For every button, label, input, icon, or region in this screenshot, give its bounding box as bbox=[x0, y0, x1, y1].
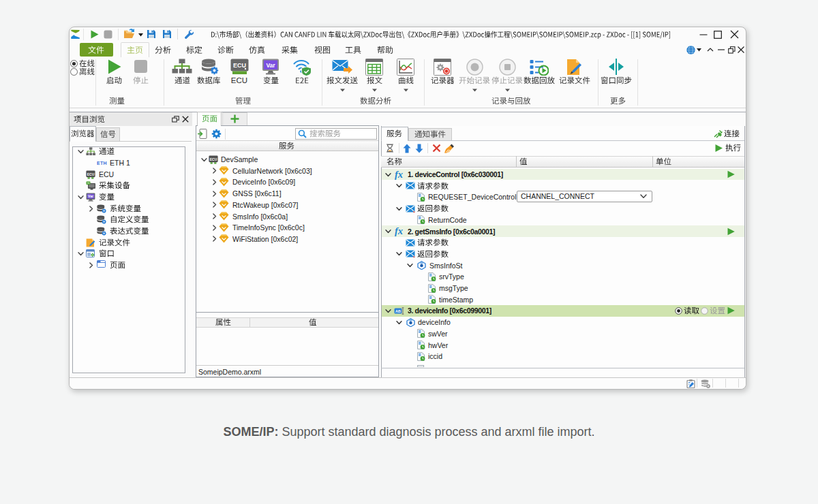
svg-text:AB: AB bbox=[395, 309, 401, 313]
svg-text:ECU: ECU bbox=[87, 172, 95, 176]
svg-text:ECU: ECU bbox=[210, 157, 217, 161]
svg-text:Var: Var bbox=[88, 194, 93, 198]
svg-text:ECU: ECU bbox=[233, 62, 246, 69]
svg-text:Var: Var bbox=[266, 62, 275, 69]
